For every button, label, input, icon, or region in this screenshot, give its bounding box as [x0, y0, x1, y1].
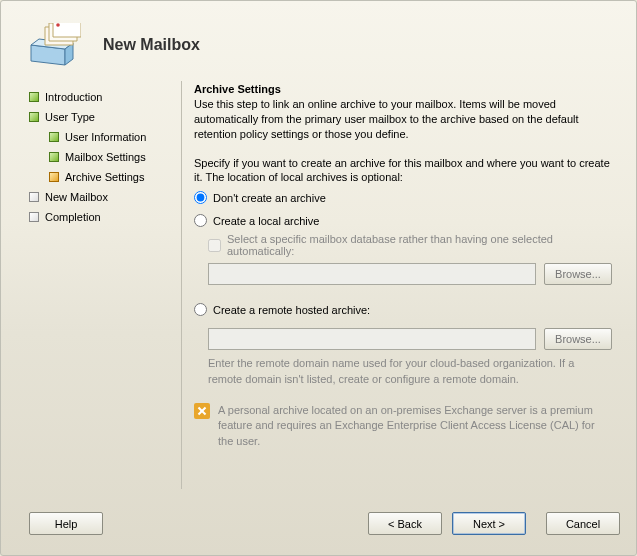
sidebar-item-user-type: User Type — [29, 107, 177, 127]
section-specify: Specify if you want to create an archive… — [194, 156, 618, 186]
step-icon — [49, 172, 59, 182]
radio-label: Create a local archive — [213, 215, 319, 227]
sidebar-item-mailbox-settings: Mailbox Settings — [29, 147, 177, 167]
sidebar-item-introduction: Introduction — [29, 87, 177, 107]
sidebar-item-user-information: User Information — [29, 127, 177, 147]
premium-note: A personal archive located on an on-prem… — [218, 403, 612, 449]
section-title: Archive Settings — [194, 83, 618, 97]
radio-remote-archive-input[interactable] — [194, 303, 207, 316]
checkbox-label: Select a specific mailbox database rathe… — [227, 233, 612, 257]
sidebar-item-label: Archive Settings — [65, 171, 144, 183]
checkbox-specific-db[interactable]: Select a specific mailbox database rathe… — [208, 233, 612, 257]
cancel-button[interactable]: Cancel — [546, 512, 620, 535]
radio-dont-create[interactable]: Don't create an archive — [194, 191, 618, 204]
radio-remote-archive[interactable]: Create a remote hosted archive: — [194, 303, 618, 316]
next-button[interactable]: Next > — [452, 512, 526, 535]
local-db-input[interactable] — [208, 263, 536, 285]
sidebar-item-label: User Type — [45, 111, 95, 123]
back-button[interactable]: < Back — [368, 512, 442, 535]
sidebar-item-label: Completion — [45, 211, 101, 223]
wizard-title: New Mailbox — [103, 36, 200, 54]
step-icon — [49, 152, 59, 162]
svg-point-6 — [56, 23, 60, 27]
premium-warning-icon — [194, 403, 210, 419]
step-icon — [29, 212, 39, 222]
radio-dont-create-input[interactable] — [194, 191, 207, 204]
radio-label: Don't create an archive — [213, 192, 326, 204]
radio-local-archive[interactable]: Create a local archive — [194, 214, 618, 227]
checkbox-specific-db-input[interactable] — [208, 239, 221, 252]
remote-domain-input[interactable] — [208, 328, 536, 350]
help-button[interactable]: Help — [29, 512, 103, 535]
browse-local-button[interactable]: Browse... — [544, 263, 612, 285]
step-icon — [49, 132, 59, 142]
sidebar-item-archive-settings: Archive Settings — [29, 167, 177, 187]
sidebar-item-label: User Information — [65, 131, 146, 143]
step-icon — [29, 112, 39, 122]
sidebar-item-label: Introduction — [45, 91, 102, 103]
wizard-sidebar: Introduction User Type User Information … — [29, 77, 177, 497]
browse-remote-button[interactable]: Browse... — [544, 328, 612, 350]
sidebar-item-label: New Mailbox — [45, 191, 108, 203]
section-description: Use this step to link an online archive … — [194, 97, 618, 142]
radio-local-archive-input[interactable] — [194, 214, 207, 227]
sidebar-item-label: Mailbox Settings — [65, 151, 146, 163]
sidebar-item-new-mailbox: New Mailbox — [29, 187, 177, 207]
step-icon — [29, 192, 39, 202]
sidebar-item-completion: Completion — [29, 207, 177, 227]
mailbox-icon — [29, 23, 81, 67]
radio-label: Create a remote hosted archive: — [213, 304, 370, 316]
step-icon — [29, 92, 39, 102]
remote-hint: Enter the remote domain name used for yo… — [208, 356, 612, 387]
